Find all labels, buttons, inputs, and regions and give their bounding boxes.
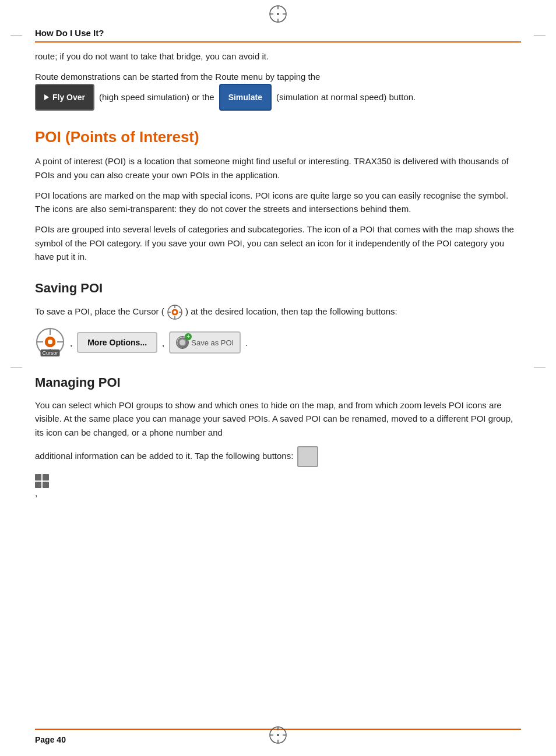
poi-paragraph-3: POIs are grouped into several levels of …	[35, 222, 521, 263]
cursor-label-text: Cursor	[40, 349, 59, 356]
route-demo-text: Route demonstrations can be started from…	[35, 72, 320, 82]
margin-mark-right-top	[534, 35, 546, 36]
simulate-button[interactable]: Simulate	[219, 84, 272, 111]
save-poi-plus-icon: +	[185, 334, 191, 340]
intro-paragraph: route; if you do not want to take that b…	[35, 50, 521, 63]
simulate-button-label: Simulate	[228, 89, 262, 107]
page-header-title: How Do I Use It?	[35, 28, 104, 38]
main-content: route; if you do not want to take that b…	[35, 50, 521, 729]
save-as-poi-label: Save as POI	[191, 338, 234, 347]
margin-mark-left-mid	[10, 367, 22, 368]
more-options-button[interactable]: More Options...	[77, 332, 157, 353]
top-compass-icon	[269, 5, 287, 23]
managing-poi-text-2: additional information can be added to i…	[35, 451, 293, 461]
managing-poi-paragraph-2: additional information can be added to i…	[35, 446, 521, 467]
menu-icon	[297, 446, 318, 467]
page-header: How Do I Use It?	[35, 28, 521, 43]
flyover-description-text: (high speed simulation) or the	[99, 87, 214, 107]
comma-1: ,	[70, 338, 72, 348]
menu-grid-cell-2	[43, 474, 49, 481]
poi-paragraph-1: A point of interest (POI) is a location …	[35, 154, 521, 182]
svg-point-1	[277, 13, 279, 15]
managing-poi-heading: Managing POI	[35, 375, 521, 390]
saving-poi-heading: Saving POI	[35, 281, 521, 296]
cursor-button-icon: Cursor	[35, 327, 65, 358]
margin-mark-left-top	[10, 35, 22, 36]
managing-poi-paragraph-1: You can select which POI groups to show …	[35, 398, 521, 439]
comma-2: ,	[162, 338, 164, 348]
simulate-description-text: (simulation at normal speed) button.	[276, 87, 416, 107]
cursor-inline-icon	[167, 304, 183, 320]
more-options-label: More Options...	[87, 338, 147, 347]
menu-grid-cell-1	[35, 474, 41, 481]
comma-3: .	[245, 338, 248, 348]
page-container: How Do I Use It? route; if you do not wa…	[0, 0, 556, 756]
menu-grid	[35, 474, 49, 488]
flyover-arrow-icon	[44, 94, 49, 100]
save-as-poi-button[interactable]: + Save as POI	[169, 331, 241, 354]
saving-poi-paragraph: To save a POI, place the Cursor ( ) at t…	[35, 304, 521, 320]
svg-point-23	[277, 734, 279, 736]
route-demo-paragraph: Route demonstrations can be started from…	[35, 70, 521, 111]
menu-grid-cell-4	[43, 482, 49, 488]
svg-point-8	[173, 311, 176, 314]
saving-poi-text-start: To save a POI, place the Cursor (	[35, 306, 164, 316]
margin-mark-right-mid	[534, 367, 546, 368]
flyover-button[interactable]: Fly Over	[35, 84, 94, 111]
page-footer-text: Page 40	[35, 735, 66, 744]
save-poi-icon: +	[176, 336, 189, 349]
poi-paragraph-2: POI locations are marked on the map with…	[35, 189, 521, 216]
flyover-button-label: Fly Over	[52, 89, 85, 107]
svg-point-15	[48, 340, 52, 344]
saving-poi-buttons-row: Cursor , More Options... , + Save as POI	[35, 327, 521, 358]
poi-heading: POI (Points of Interest)	[35, 128, 521, 146]
menu-comma-text: ,	[35, 488, 37, 498]
bottom-compass-icon	[269, 726, 287, 744]
saving-poi-text-cont: ) at the desired location, then tap the …	[185, 306, 397, 316]
menu-grid-cell-3	[35, 482, 41, 488]
svg-point-21	[180, 340, 185, 345]
